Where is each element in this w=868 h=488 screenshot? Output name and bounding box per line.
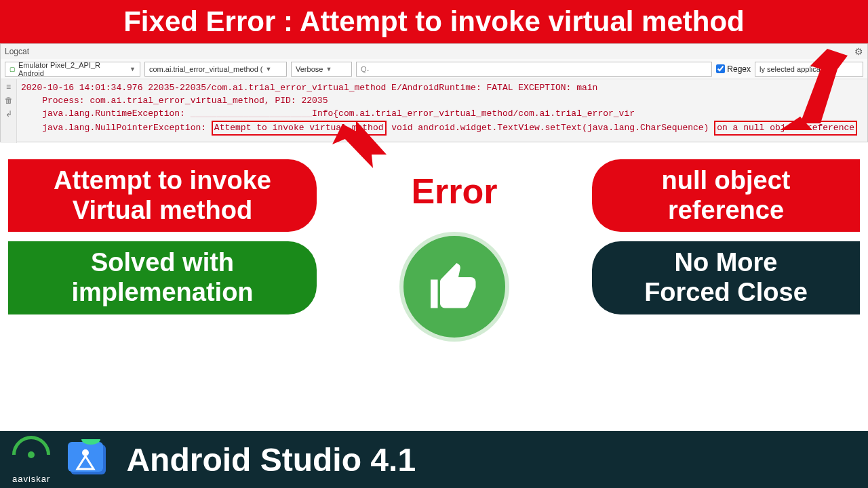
search-placeholder: Q-: [361, 65, 369, 73]
trash-icon[interactable]: 🗑: [5, 96, 13, 105]
callout-nullref: null object reference: [592, 159, 860, 232]
error-label: Error: [411, 171, 497, 211]
chevron-down-icon: ▼: [326, 66, 332, 73]
android-studio-icon: [65, 439, 111, 480]
device-dropdown[interactable]: ▢ Emulator Pixel_2_API_R Android ▼: [5, 62, 140, 77]
chevron-down-icon: ▼: [266, 66, 272, 73]
log-line: void android.widget.TextView.setText(jav…: [391, 123, 709, 133]
logcat-title: Logcat: [5, 47, 29, 56]
chevron-down-icon: ▼: [130, 66, 136, 73]
logcat-toolbar: ▢ Emulator Pixel_2_API_R Android ▼ com.a…: [1, 59, 867, 79]
log-line: {com.ai.trial_error_virtual_method/com.a…: [333, 108, 635, 119]
expand-icon[interactable]: ≡: [6, 82, 11, 92]
brand-text: aaviskar: [12, 474, 50, 484]
highlight-attempt: Attempt to invoke virtual method: [212, 121, 387, 136]
log-line: java.lang.RuntimeException:: [21, 108, 185, 119]
app-dropdown[interactable]: com.ai.trial_error_virtual_method ( ▼: [144, 62, 287, 77]
callout-attempt: Attempt to invoke Virtual method: [8, 159, 317, 232]
device-dropdown-label: Emulator Pixel_2_API_R Android: [18, 61, 127, 77]
footer-title-text: Android Studio 4.1: [126, 442, 416, 478]
log-line: Process: com.ai.trial_error_virtual_meth…: [21, 96, 328, 106]
error-text: Error: [411, 171, 497, 211]
logcat-output[interactable]: 2020-10-16 14:01:34.976 22035-22035/com.…: [17, 79, 867, 143]
gear-icon[interactable]: ⚙: [854, 46, 863, 57]
regex-checkbox[interactable]: Regex: [716, 64, 751, 74]
callout-attempt-text: Attempt to invoke Virtual method: [54, 166, 271, 224]
footer-bar: aaviskar Android Studio 4.1: [0, 431, 868, 488]
app-dropdown-label: com.ai.trial_error_virtual_method (: [149, 65, 263, 73]
callout-solved-text: Solved with implemenation: [71, 248, 253, 306]
wrap-icon[interactable]: ↲: [5, 109, 12, 119]
filter-dropdown[interactable]: ly selected application: [755, 62, 863, 77]
log-line: 2020-10-16 14:01:34.976 22035-22035/com.…: [21, 83, 597, 93]
thumbs-up-icon: [403, 236, 505, 338]
regex-checkbox-input[interactable]: [716, 64, 725, 73]
logcat-gutter: ≡ 🗑 ↲: [1, 79, 17, 143]
logcat-header: Logcat ⚙: [1, 44, 867, 59]
filter-dropdown-label: ly selected application: [760, 65, 833, 73]
log-line: java.lang.NullPointerException:: [21, 123, 206, 133]
regex-label: Regex: [727, 64, 751, 74]
logcat-panel: Logcat ⚙ ▢ Emulator Pixel_2_API_R Androi…: [0, 43, 868, 142]
title-banner: Fixed Error : Attempt to invoke virtual …: [0, 0, 868, 43]
logcat-body: ≡ 🗑 ↲ 2020-10-16 14:01:34.976 22035-2203…: [1, 79, 867, 143]
callout-nullref-text: null object reference: [662, 166, 791, 224]
level-dropdown[interactable]: Verbose ▼: [291, 62, 352, 77]
title-text: Fixed Error : Attempt to invoke virtual …: [123, 5, 745, 37]
aaviskar-logo: aaviskar: [12, 436, 50, 484]
level-dropdown-label: Verbose: [296, 65, 323, 73]
callout-nomore-text: No More Forced Close: [644, 248, 808, 306]
footer-title: Android Studio 4.1: [126, 441, 416, 479]
callout-solved: Solved with implemenation: [8, 241, 317, 314]
search-input[interactable]: Q-: [356, 62, 712, 77]
highlight-nullref: on a null object reference: [714, 121, 857, 136]
callout-nomore: No More Forced Close: [592, 241, 860, 314]
